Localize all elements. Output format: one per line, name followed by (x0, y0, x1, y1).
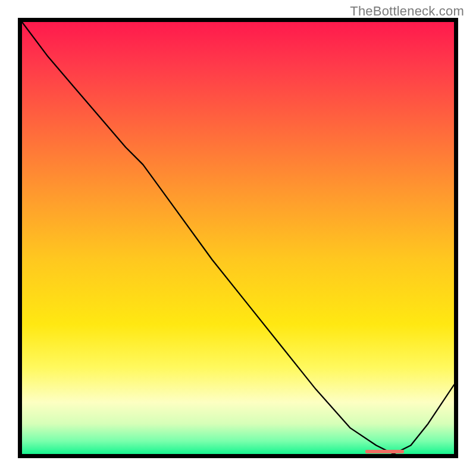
bottleneck-curve-path (22, 22, 454, 454)
line-curve (22, 22, 454, 454)
plot-area (22, 22, 454, 454)
chart-frame (18, 18, 458, 458)
optimal-marker (365, 450, 404, 453)
chart-page: TheBottleneck.com (0, 0, 476, 476)
watermark-text: TheBottleneck.com (350, 4, 464, 19)
